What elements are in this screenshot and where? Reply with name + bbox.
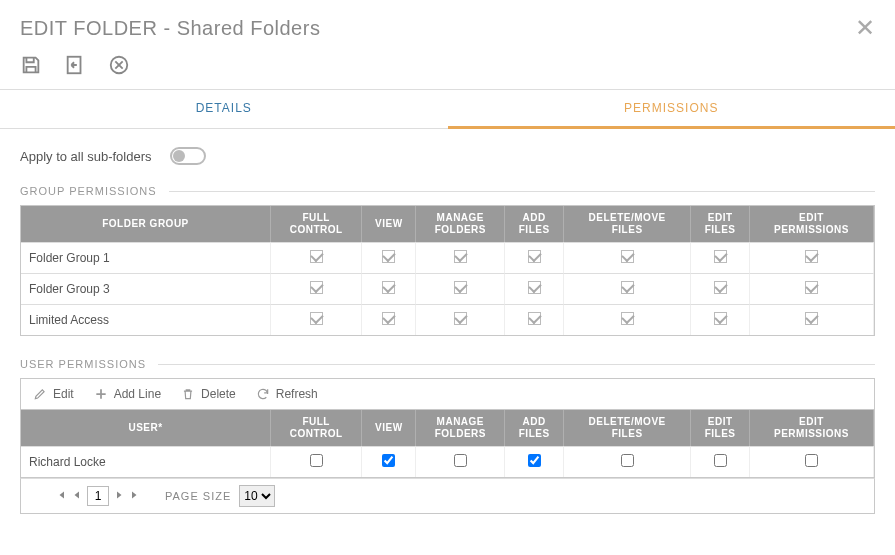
permission-cell: [750, 242, 874, 273]
page-size-select[interactable]: 10: [239, 485, 275, 507]
checkbox-icon[interactable]: [310, 281, 323, 294]
permission-cell: [362, 304, 416, 335]
apply-sub-toggle[interactable]: [170, 147, 206, 165]
checkbox-icon[interactable]: [621, 281, 634, 294]
checkbox-icon[interactable]: [805, 250, 818, 263]
column-header: DELETE/MOVEFILES: [564, 206, 691, 242]
folder-group-name: Folder Group 3: [21, 273, 271, 304]
checkbox-icon[interactable]: [310, 312, 323, 325]
checkbox-icon[interactable]: [714, 250, 727, 263]
permission-checkbox[interactable]: [454, 454, 467, 467]
checkbox-icon[interactable]: [714, 312, 727, 325]
permission-cell: [362, 273, 416, 304]
add-line-button[interactable]: Add Line: [94, 387, 161, 401]
section-label: USER PERMISSIONS: [20, 358, 146, 370]
edit-button[interactable]: Edit: [33, 387, 74, 401]
user-name: Richard Locke: [21, 446, 271, 477]
permission-cell: [564, 446, 691, 477]
permission-cell: [750, 446, 874, 477]
permission-cell: [750, 304, 874, 335]
permission-cell: [564, 242, 691, 273]
checkbox-icon[interactable]: [528, 250, 541, 263]
user-permissions-table: USER*FULLCONTROLVIEWMANAGEFOLDERSADDFILE…: [20, 409, 875, 478]
section-line: [169, 191, 875, 192]
permission-cell: [271, 242, 362, 273]
permission-cell: [416, 273, 505, 304]
pager: PAGE SIZE 10: [20, 478, 875, 514]
checkbox-icon[interactable]: [805, 312, 818, 325]
permission-cell: [505, 242, 564, 273]
checkbox-icon[interactable]: [621, 312, 634, 325]
permission-checkbox[interactable]: [382, 454, 395, 467]
checkbox-icon[interactable]: [621, 250, 634, 263]
checkbox-icon[interactable]: [528, 281, 541, 294]
cancel-icon[interactable]: [108, 54, 130, 79]
table-row: Richard Locke: [21, 446, 874, 477]
page-size-label: PAGE SIZE: [165, 490, 231, 502]
tab-details[interactable]: DETAILS: [0, 90, 448, 128]
button-label: Delete: [201, 387, 236, 401]
permission-checkbox[interactable]: [805, 454, 818, 467]
column-header: MANAGEFOLDERS: [416, 410, 505, 446]
table-row: Folder Group 1: [21, 242, 874, 273]
permission-cell: [691, 242, 750, 273]
permission-checkbox[interactable]: [714, 454, 727, 467]
tab-permissions[interactable]: PERMISSIONS: [448, 90, 896, 129]
column-header: EDITFILES: [691, 206, 750, 242]
permission-cell: [416, 242, 505, 273]
dialog-title: EDIT FOLDER - Shared Folders: [20, 17, 320, 40]
checkbox-icon[interactable]: [382, 281, 395, 294]
save-icon[interactable]: [20, 54, 42, 79]
permission-cell: [691, 273, 750, 304]
apply-sub-label: Apply to all sub-folders: [20, 149, 152, 164]
permission-cell: [416, 304, 505, 335]
checkbox-icon[interactable]: [310, 250, 323, 263]
page-input[interactable]: [87, 486, 109, 506]
checkbox-icon[interactable]: [454, 250, 467, 263]
button-label: Edit: [53, 387, 74, 401]
permission-cell: [416, 446, 505, 477]
last-page-icon[interactable]: [129, 489, 141, 504]
column-header: MANAGEFOLDERS: [416, 206, 505, 242]
dialog-header: EDIT FOLDER - Shared Folders ✕: [0, 0, 895, 42]
permission-cell: [750, 273, 874, 304]
permission-checkbox[interactable]: [528, 454, 541, 467]
permission-checkbox[interactable]: [310, 454, 323, 467]
checkbox-icon[interactable]: [454, 281, 467, 294]
table-row: Limited Access: [21, 304, 874, 335]
permission-cell: [505, 273, 564, 304]
refresh-button[interactable]: Refresh: [256, 387, 318, 401]
table-row: Folder Group 3: [21, 273, 874, 304]
button-label: Add Line: [114, 387, 161, 401]
folder-group-name: Limited Access: [21, 304, 271, 335]
user-permissions-heading: USER PERMISSIONS: [20, 358, 875, 370]
section-label: GROUP PERMISSIONS: [20, 185, 157, 197]
permission-cell: [564, 273, 691, 304]
checkbox-icon[interactable]: [528, 312, 541, 325]
permission-checkbox[interactable]: [621, 454, 634, 467]
checkbox-icon[interactable]: [382, 312, 395, 325]
column-header: ADDFILES: [505, 206, 564, 242]
column-header: EDITPERMISSIONS: [750, 410, 874, 446]
column-header: FULLCONTROL: [271, 206, 362, 242]
permission-cell: [691, 446, 750, 477]
checkbox-icon[interactable]: [805, 281, 818, 294]
close-icon[interactable]: ✕: [855, 14, 875, 42]
checkbox-icon[interactable]: [714, 281, 727, 294]
section-line: [158, 364, 875, 365]
checkbox-icon[interactable]: [454, 312, 467, 325]
prev-page-icon[interactable]: [71, 489, 83, 504]
permission-cell: [564, 304, 691, 335]
delete-button[interactable]: Delete: [181, 387, 236, 401]
save-back-icon[interactable]: [64, 54, 86, 79]
column-header: DELETE/MOVEFILES: [564, 410, 691, 446]
button-label: Refresh: [276, 387, 318, 401]
column-header: VIEW: [362, 206, 416, 242]
permission-cell: [271, 273, 362, 304]
column-header: ADDFILES: [505, 410, 564, 446]
first-page-icon[interactable]: [55, 489, 67, 504]
next-page-icon[interactable]: [113, 489, 125, 504]
column-header: VIEW: [362, 410, 416, 446]
checkbox-icon[interactable]: [382, 250, 395, 263]
apply-sub-row: Apply to all sub-folders: [20, 147, 875, 165]
